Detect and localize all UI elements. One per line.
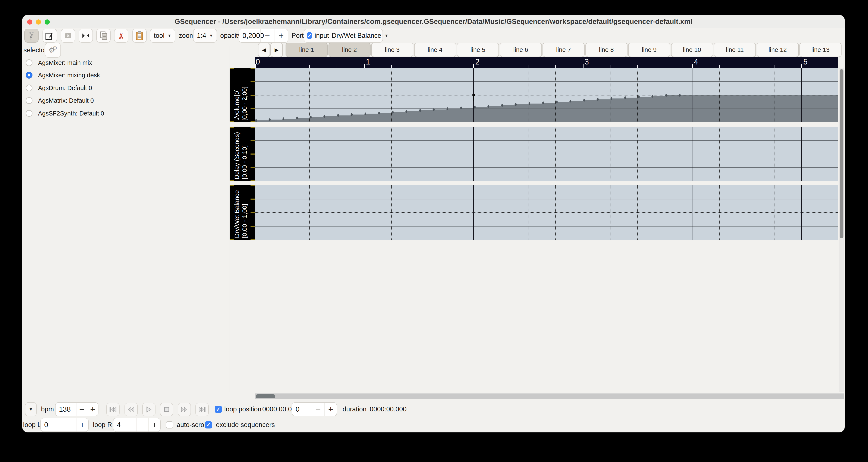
rewind-button[interactable] [125, 403, 138, 416]
horizontal-scrollbar[interactable] [255, 393, 844, 399]
position-spinner: 0 − + [292, 402, 337, 416]
automation-control-point[interactable] [556, 101, 558, 103]
opacity-decrement-button[interactable]: − [261, 29, 274, 42]
tab-line-13[interactable]: line 13 [800, 43, 841, 57]
port-dropdown-value[interactable]: Dry/Wet Balance [332, 32, 381, 39]
select-button[interactable] [79, 29, 93, 43]
stop-button[interactable] [160, 403, 173, 416]
loop-left-value[interactable]: 0 [41, 418, 64, 431]
edit-button[interactable] [42, 29, 57, 43]
vertical-scrollbar-thumb[interactable] [840, 69, 843, 238]
horizontal-scrollbar-thumb[interactable] [256, 394, 275, 398]
automation-control-point[interactable] [652, 95, 653, 98]
machine-radio-unselected[interactable] [26, 97, 32, 104]
opacity-value[interactable]: 0,2000 [239, 29, 260, 42]
tab-line-10[interactable]: line 10 [671, 43, 713, 57]
ruler-tick-major [801, 64, 802, 68]
position-decrement-button[interactable]: − [312, 403, 324, 416]
machine-radio-selected[interactable] [26, 72, 32, 78]
skip-to-start-button[interactable] [106, 403, 120, 416]
automation-control-point[interactable] [406, 110, 407, 113]
skip-to-end-button[interactable] [195, 403, 209, 416]
automation-control-point[interactable] [378, 112, 380, 114]
machine-radio-unselected[interactable] [26, 85, 32, 91]
titlebar: GSequencer - /Users/joelkraehemann/Libra… [22, 15, 845, 28]
automation-control-point[interactable] [446, 107, 448, 110]
grid-hline-25 [255, 81, 838, 82]
loop-right-increment-button[interactable]: + [149, 418, 160, 431]
track-grid-1[interactable] [255, 68, 838, 122]
loop-left-decrement-button[interactable]: − [64, 418, 76, 431]
automation-cursor[interactable] [472, 94, 475, 96]
machine-radio-row[interactable]: AgsMixer: main mix [26, 59, 92, 67]
loop-right-value[interactable]: 4 [114, 418, 136, 431]
fast-forward-button[interactable] [178, 403, 191, 416]
loop-checkbox[interactable]: ✓ [215, 406, 222, 413]
tab-line-2[interactable]: line 2 [329, 43, 371, 57]
tab-line-3[interactable]: line 3 [371, 43, 413, 57]
tabs-scroll-right-button[interactable]: ▶ [270, 43, 283, 57]
timeline-ruler[interactable]: 012345 [255, 57, 838, 68]
vertical-scrollbar[interactable] [839, 68, 844, 392]
track-grid-3[interactable] [255, 185, 838, 240]
automation-control-point[interactable] [433, 108, 435, 111]
grid-vline-quarter [391, 68, 392, 122]
bpm-value[interactable]: 138 [56, 403, 76, 416]
grid-vline-quarter [774, 185, 774, 240]
opacity-increment-button[interactable]: + [275, 29, 288, 42]
scale-tick [251, 212, 255, 213]
machine-radio-row[interactable]: AgsMixer: mixing desk [26, 71, 100, 79]
position-cursor-button[interactable] [24, 29, 39, 43]
tab-line-12[interactable]: line 12 [757, 43, 799, 57]
automation-control-point[interactable] [679, 94, 681, 97]
play-button[interactable] [142, 403, 155, 416]
navigation-expander-button[interactable]: ▼ [25, 402, 37, 416]
tab-line-4[interactable]: line 4 [414, 43, 456, 57]
tab-line-7[interactable]: line 7 [542, 43, 585, 57]
zoom-dropdown[interactable]: 1:4 ▼ [193, 29, 217, 43]
tabs-scroll-left-button[interactable]: ◀ [258, 43, 270, 57]
paste-button[interactable] [132, 29, 147, 43]
loop-left-increment-button[interactable]: + [76, 418, 88, 431]
tab-line-5[interactable]: line 5 [457, 43, 499, 57]
automation-control-point[interactable] [665, 94, 667, 97]
tab-line-9[interactable]: line 9 [628, 43, 670, 57]
machine-radio-unselected[interactable] [26, 59, 32, 66]
cut-button[interactable]: ✂ [114, 29, 128, 43]
automation-control-point[interactable] [255, 119, 257, 122]
position-increment-button[interactable]: + [325, 403, 337, 416]
machine-radio-unselected[interactable] [26, 110, 32, 117]
tab-line-6[interactable]: line 6 [500, 43, 542, 57]
ruler-tick-minor [391, 65, 392, 68]
automation-control-point[interactable] [501, 104, 503, 107]
automation-control-point[interactable] [488, 105, 489, 108]
clear-button[interactable] [61, 29, 75, 43]
auto-scroll-checkbox[interactable] [166, 421, 173, 428]
machine-radio-row[interactable]: AgsSF2Synth: Default 0 [26, 109, 104, 118]
machine-radio-row[interactable]: AgsMatrix: Default 0 [26, 96, 94, 105]
automation-control-point[interactable] [392, 111, 394, 113]
automation-control-point[interactable] [460, 106, 462, 109]
copy-button[interactable] [96, 29, 111, 43]
automation-control-point[interactable] [529, 102, 530, 105]
automation-control-point[interactable] [365, 112, 366, 115]
input-checkbox[interactable]: ✓ [307, 32, 312, 39]
track-grid-2[interactable] [255, 127, 838, 181]
bpm-decrement-button[interactable]: − [76, 403, 87, 416]
position-step-value[interactable]: 0 [292, 403, 312, 416]
position-cursor-icon [28, 31, 35, 40]
automation-control-point[interactable] [419, 109, 421, 112]
tab-line-1[interactable]: line 1 [285, 43, 328, 57]
tab-line-8[interactable]: line 8 [585, 43, 627, 57]
exclude-sequencers-checkbox[interactable]: ✓ [205, 421, 212, 428]
automation-control-point[interactable] [474, 106, 476, 108]
selector-settings-button[interactable]: ⚙ ⚙ [45, 43, 61, 58]
automation-control-point[interactable] [515, 103, 517, 106]
automation-control-point[interactable] [269, 118, 271, 121]
bpm-increment-button[interactable]: + [87, 403, 98, 416]
loop-right-decrement-button[interactable]: − [137, 418, 148, 431]
automation-control-point[interactable] [542, 101, 544, 104]
tool-dropdown[interactable]: tool ▼ [150, 29, 175, 43]
machine-radio-row[interactable]: AgsDrum: Default 0 [26, 84, 92, 92]
tab-line-11[interactable]: line 11 [714, 43, 756, 57]
